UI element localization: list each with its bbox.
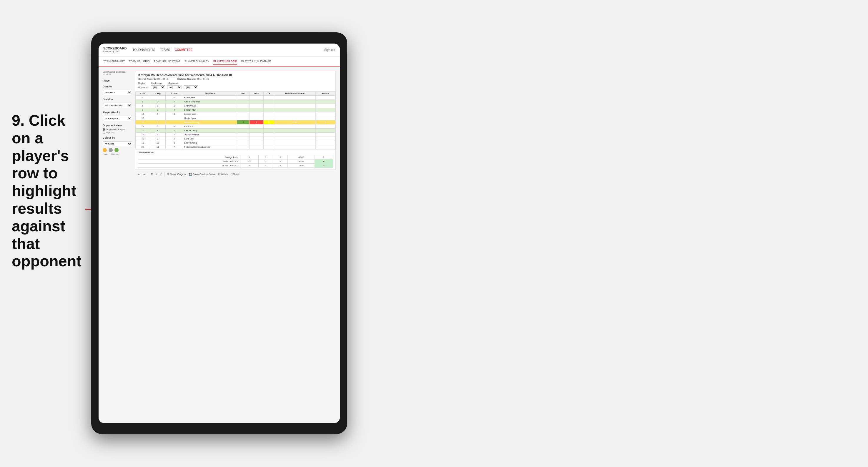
colour-by-select[interactable]: Win/loss <box>103 141 132 146</box>
region-filter: Region <box>138 82 145 84</box>
sign-out-button[interactable]: | Sign out <box>323 48 335 52</box>
table-cell <box>237 145 249 149</box>
table-cell: 16 <box>136 132 150 136</box>
table-row[interactable]: 613Sydney Kuo <box>136 103 335 108</box>
opponent-filter-label: Opponent <box>168 82 178 84</box>
ood-cell: 30 <box>315 159 333 163</box>
nav-teams[interactable]: TEAMS <box>160 47 170 53</box>
main-content: Last Updated: 27/03/2024 16:55:28 Player… <box>99 66 340 423</box>
sub-nav: TEAM SUMMARY TEAM H2H GRID TEAM H2H HEAT… <box>99 57 340 66</box>
ood-data-table: Foreign Team1004.5002NAIA Division 11500… <box>138 155 333 168</box>
table-row[interactable]: 20117Federica Domecq Lacroze <box>136 145 335 149</box>
ood-row[interactable]: Foreign Team1004.5002 <box>138 155 333 159</box>
tab-player-h2h-grid[interactable]: PLAYER H2H GRID <box>213 58 237 65</box>
table-cell <box>249 112 264 116</box>
table-cell: 1 <box>150 103 165 108</box>
add-button[interactable]: + <box>156 173 157 176</box>
ood-row[interactable]: NAIA Division 115009.26730 <box>138 159 333 163</box>
tab-team-h2h-grid[interactable]: TEAM H2H GRID <box>129 58 150 64</box>
table-cell <box>274 141 316 145</box>
save-custom-view-button[interactable]: 💾 Save Custom View <box>189 173 215 176</box>
region-filter-label: Region <box>138 82 145 84</box>
refresh-button[interactable]: ↺ <box>159 173 162 176</box>
table-row[interactable]: 1691Jessica Mason <box>136 132 335 136</box>
table-cell <box>249 99 264 103</box>
ood-cell: 2 <box>315 155 333 159</box>
ood-cell: 9.267 <box>288 159 315 163</box>
forward-button[interactable]: ⟩ <box>147 173 149 176</box>
table-row[interactable]: 1474Eunice Yi <box>136 124 335 128</box>
table-cell <box>316 112 335 116</box>
table-cell: 4 <box>166 108 183 112</box>
opponent-select[interactable]: (All) <box>184 85 198 89</box>
division-select[interactable]: NCAA Division III <box>103 103 132 108</box>
table-cell: 2 <box>150 99 165 103</box>
table-cell: 1 <box>150 120 165 124</box>
tab-player-summary[interactable]: PLAYER SUMMARY <box>185 58 209 64</box>
th-reg: # Reg <box>150 91 165 95</box>
table-cell <box>316 103 335 108</box>
sidebar: Last Updated: 27/03/2024 16:55:28 Player… <box>103 71 132 419</box>
table-cell <box>316 99 335 103</box>
table-row[interactable]: 1585Stella Cheng <box>136 128 335 132</box>
table-cell <box>249 103 264 108</box>
table-cell: 11 <box>150 145 165 149</box>
gender-select[interactable]: Women's <box>103 90 132 95</box>
table-cell <box>237 95 249 99</box>
ood-header: Out of division <box>138 151 333 154</box>
table-row[interactable]: 131Jessica Huang010-3.002 <box>136 120 335 124</box>
tablet-frame: SCOREBOARD Powered by clippd TOURNAMENTS… <box>91 32 347 434</box>
view-original-button[interactable]: 👁 View: Original <box>167 173 186 176</box>
table-cell: Haejo Hyun <box>183 116 237 120</box>
radio-opponents-played[interactable]: Opponents Played <box>103 128 132 131</box>
table-cell: 20 <box>136 145 150 149</box>
table-row[interactable]: 1063Andrea York <box>136 112 335 116</box>
nav-tournaments[interactable]: TOURNAMENTS <box>132 47 155 53</box>
region-select[interactable]: (All) <box>151 85 165 89</box>
table-cell <box>274 132 316 136</box>
nav-committee[interactable]: COMMITTEE <box>175 47 192 53</box>
table-cell <box>274 145 316 149</box>
h2h-table: # Div # Reg # Conf Opponent Win Loss Tie… <box>135 91 335 149</box>
right-panel: Katelyn Vo Head-to-Head Grid for Women's… <box>135 71 336 419</box>
table-cell <box>316 141 335 145</box>
player-rank-label: Player (Rank) <box>103 111 132 114</box>
opponent-filter: Opponent <box>168 82 178 84</box>
table-cell: 7 <box>150 124 165 128</box>
table-cell: 0 <box>264 120 274 124</box>
label-down: Down <box>103 153 108 155</box>
table-row[interactable]: 13Haejo Hyun <box>136 116 335 120</box>
table-cell <box>264 141 274 145</box>
tab-team-summary[interactable]: TEAM SUMMARY <box>103 58 125 64</box>
table-cell <box>249 128 264 132</box>
table-cell <box>237 99 249 103</box>
ood-cell: 10 <box>315 163 333 167</box>
redo-button[interactable]: ↪ <box>143 173 145 176</box>
ood-cell: 0 <box>273 155 288 159</box>
tab-player-h2h-heatmap[interactable]: PLAYER H2H HEATMAP <box>241 58 271 64</box>
annotation-block: 9. Click on a player's row to highlight … <box>12 112 83 270</box>
powered-by: Powered by clippd <box>103 50 126 53</box>
table-row[interactable]: 1822Euna Lee <box>136 136 335 141</box>
table-cell: -3.00 <box>274 120 316 124</box>
ood-cell: 0 <box>273 163 288 167</box>
opponent-view-label: Opponent view <box>103 124 132 127</box>
logo-text: SCOREBOARD <box>103 46 126 50</box>
player-rank-select[interactable]: 8. Katelyn Vo <box>103 116 132 121</box>
copy-button[interactable]: ⊞ <box>151 173 153 176</box>
tab-team-h2h-heatmap[interactable]: TEAM H2H HEATMAP <box>154 58 181 64</box>
radio-top100[interactable]: Top 100 <box>103 131 132 134</box>
table-cell <box>274 124 316 128</box>
watch-button[interactable]: 👁 Watch <box>217 173 228 176</box>
share-button[interactable]: ⤴ Share <box>230 173 240 176</box>
conference-select[interactable]: (All) <box>167 85 182 89</box>
table-row[interactable]: 31Esther Lee <box>136 95 335 99</box>
table-row[interactable]: 914Sharon Mun <box>136 108 335 112</box>
table-row[interactable]: 522Alexis Sudjianto <box>136 99 335 103</box>
table-row[interactable]: 19106Emily Chang <box>136 141 335 145</box>
undo-button[interactable]: ↩ <box>138 173 141 176</box>
label-up: Up <box>117 153 119 155</box>
radio-dot-checked <box>103 128 105 131</box>
overall-record: Overall Record: 353 - 34 - 6 <box>138 78 168 80</box>
ood-row[interactable]: NCAA Division 25007.40010 <box>138 163 333 167</box>
